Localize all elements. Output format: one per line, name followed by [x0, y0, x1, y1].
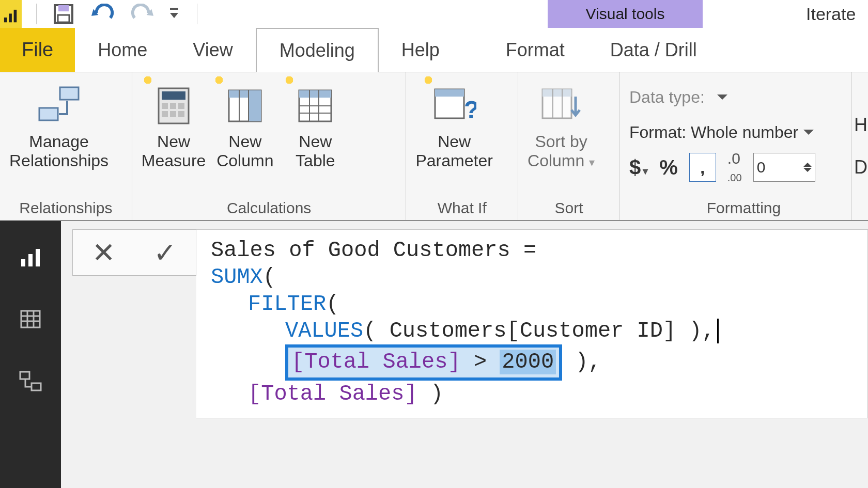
svg-rect-16: [178, 111, 184, 117]
group-sort: Sort by Column ▾ Sort: [518, 72, 620, 220]
decimal-precision-icon: .0.00: [727, 150, 742, 185]
svg-rect-38: [21, 311, 40, 327]
cancel-formula-button[interactable]: ✕: [92, 237, 115, 269]
svg-rect-1: [9, 13, 12, 22]
group-whatif: ? New Parameter What If: [406, 72, 518, 220]
svg-rect-43: [20, 372, 29, 379]
ribbon: Manage Relationships Relationships New M…: [0, 72, 868, 221]
svg-rect-6: [170, 8, 178, 10]
group-label-sort: Sort: [528, 196, 610, 218]
svg-rect-19: [249, 90, 261, 121]
canvas: ✕ ✓ Sales of Good Customers = SUMX( FILT…: [61, 221, 868, 488]
dax-line: VALUES( Customers[Customer ID] ),: [211, 318, 855, 344]
svg-rect-37: [36, 249, 40, 266]
new-measure-button[interactable]: New Measure: [142, 80, 206, 170]
commit-formula-button[interactable]: ✓: [153, 237, 177, 269]
svg-rect-4: [58, 5, 69, 11]
chevron-down-icon: [169, 7, 179, 21]
undo-button[interactable]: [90, 2, 115, 26]
save-button[interactable]: [51, 2, 76, 26]
data-type-dropdown[interactable]: [712, 88, 727, 107]
svg-rect-12: [170, 103, 176, 109]
svg-rect-36: [28, 254, 33, 266]
group-relationships: Manage Relationships Relationships: [0, 72, 132, 220]
table-icon: [292, 83, 338, 129]
chevron-down-icon: ▾: [643, 165, 648, 177]
svg-rect-0: [4, 18, 7, 22]
thousands-separator-button[interactable]: ,: [689, 153, 716, 182]
relationships-icon: [36, 83, 82, 129]
new-column-button[interactable]: New Column: [214, 80, 276, 170]
column-icon: [222, 83, 268, 129]
tab-file[interactable]: File: [0, 28, 75, 72]
tab-format[interactable]: Format: [483, 28, 587, 72]
app-logo: [0, 0, 22, 28]
new-table-button[interactable]: New Table: [284, 80, 346, 170]
svg-rect-29: [435, 89, 464, 97]
svg-rect-14: [162, 111, 168, 117]
new-column-label: New Column: [216, 132, 273, 170]
redo-icon: [130, 4, 154, 24]
data-view-button[interactable]: [15, 304, 46, 335]
new-measure-label: New Measure: [142, 132, 206, 170]
svg-rect-2: [14, 10, 17, 22]
cut-text: H: [854, 114, 868, 136]
decimal-places-input[interactable]: 0: [753, 153, 815, 182]
tab-home[interactable]: Home: [75, 28, 170, 72]
svg-rect-23: [299, 90, 331, 98]
group-label-relationships: Relationships: [9, 196, 122, 218]
svg-rect-32: [542, 89, 571, 97]
new-parameter-label: New Parameter: [415, 132, 492, 170]
highlighted-condition: [Total Sales] > 2000: [285, 344, 562, 381]
dax-line: Sales of Good Customers =: [211, 237, 855, 264]
view-switcher: [0, 221, 61, 488]
model-view-button[interactable]: [15, 366, 46, 397]
tab-help[interactable]: Help: [379, 28, 462, 72]
redo-button[interactable]: [130, 2, 154, 26]
new-table-label: New Table: [296, 132, 335, 170]
formula-bar: ✕ ✓ Sales of Good Customers = SUMX( FILT…: [72, 229, 868, 415]
sort-icon: [538, 83, 584, 129]
formula-editor[interactable]: Sales of Good Customers = SUMX( FILTER( …: [196, 229, 868, 418]
manage-relationships-button[interactable]: Manage Relationships: [9, 80, 109, 170]
spinner[interactable]: [803, 159, 812, 176]
qat-left: [0, 0, 197, 28]
format-dropdown[interactable]: Format: Whole number: [629, 123, 814, 142]
parameter-icon: ?: [431, 83, 477, 129]
qat-customize-button[interactable]: [169, 7, 179, 21]
currency-button[interactable]: $▾: [629, 156, 648, 179]
svg-rect-15: [170, 111, 176, 117]
quick-access-toolbar: [0, 0, 868, 28]
dax-line: [Total Sales] > 2000 ),: [211, 344, 855, 381]
dax-line: [Total Sales] ): [211, 381, 855, 407]
measure-icon: [150, 83, 197, 129]
group-label-whatif: What If: [415, 196, 508, 218]
bar-chart-icon: [18, 245, 43, 270]
decimal-places-value: 0: [757, 159, 766, 176]
svg-rect-7: [60, 87, 79, 100]
group-formatting: Data type: Format: Whole number $▾ % , .…: [620, 72, 868, 220]
window-title-fragment: Iterate: [806, 0, 868, 28]
tab-view[interactable]: View: [170, 28, 255, 72]
manage-relationships-label: Manage Relationships: [9, 132, 109, 170]
sort-by-column-label: Sort by Column ▾: [528, 132, 595, 170]
save-icon: [52, 3, 75, 25]
separator: [36, 4, 37, 24]
ribbon-cutoff: H D: [851, 72, 868, 220]
tab-data-drill[interactable]: Data / Drill: [587, 28, 720, 72]
new-parameter-button[interactable]: ? New Parameter: [415, 80, 492, 170]
sort-by-column-button[interactable]: Sort by Column ▾: [528, 80, 595, 170]
chevron-down-icon: ▾: [589, 156, 595, 169]
formula-action-buttons: ✕ ✓: [72, 229, 196, 276]
group-label-calculations: Calculations: [142, 196, 397, 218]
group-label-formatting: Formatting: [629, 196, 858, 218]
svg-rect-8: [39, 108, 58, 120]
relationship-icon: [18, 369, 43, 393]
tab-modeling[interactable]: Modeling: [256, 28, 379, 73]
percent-button[interactable]: %: [659, 156, 678, 179]
table-icon: [18, 307, 43, 332]
svg-rect-10: [162, 91, 185, 100]
data-type-label: Data type:: [629, 88, 705, 107]
cut-text: D: [854, 156, 868, 178]
report-view-button[interactable]: [15, 242, 46, 273]
